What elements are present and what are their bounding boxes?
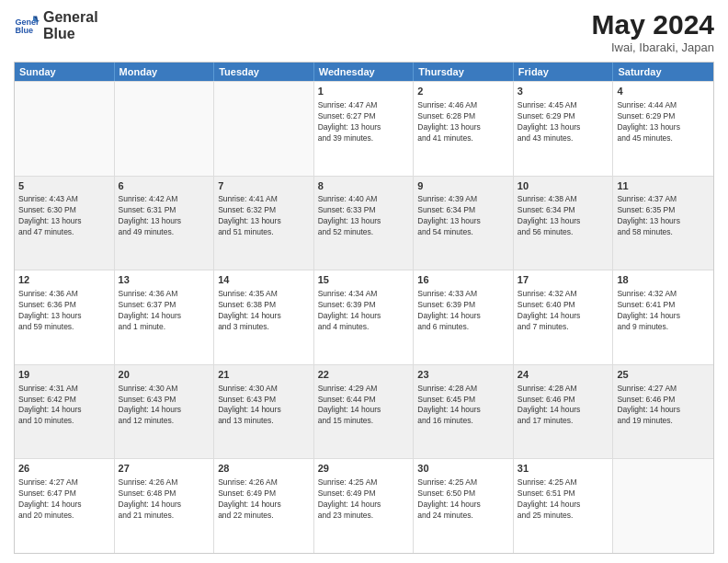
calendar-row-1: 1Sunrise: 4:47 AMSunset: 6:27 PMDaylight… (15, 81, 713, 176)
header-thursday: Thursday (414, 63, 514, 81)
location: Iwai, Ibaraki, Japan (592, 40, 714, 54)
calendar-cell: 12Sunrise: 4:36 AMSunset: 6:36 PMDayligh… (15, 270, 115, 364)
calendar-row-5: 26Sunrise: 4:27 AMSunset: 6:47 PMDayligh… (15, 458, 713, 553)
calendar-cell: 23Sunrise: 4:28 AMSunset: 6:45 PMDayligh… (414, 365, 514, 459)
calendar-cell: 4Sunrise: 4:44 AMSunset: 6:29 PMDaylight… (613, 82, 713, 176)
calendar-cell: 10Sunrise: 4:38 AMSunset: 6:34 PMDayligh… (514, 177, 614, 270)
day-number: 10 (518, 179, 609, 193)
day-number: 17 (518, 273, 609, 287)
cell-info: Sunrise: 4:25 AMSunset: 6:51 PMDaylight:… (518, 477, 609, 522)
logo: General Blue General Blue (14, 9, 98, 41)
day-number: 2 (417, 85, 509, 98)
cell-info: Sunrise: 4:36 AMSunset: 6:37 PMDaylight:… (119, 289, 210, 333)
calendar-cell: 19Sunrise: 4:31 AMSunset: 6:42 PMDayligh… (15, 365, 115, 459)
calendar-cell: 27Sunrise: 4:26 AMSunset: 6:48 PMDayligh… (115, 459, 215, 553)
day-number: 31 (518, 462, 609, 476)
calendar-cell: 5Sunrise: 4:43 AMSunset: 6:30 PMDaylight… (15, 177, 115, 270)
calendar-cell: 25Sunrise: 4:27 AMSunset: 6:46 PMDayligh… (613, 365, 713, 459)
day-number: 13 (119, 273, 210, 287)
calendar-row-2: 5Sunrise: 4:43 AMSunset: 6:30 PMDaylight… (15, 176, 713, 270)
cell-info: Sunrise: 4:25 AMSunset: 6:50 PMDaylight:… (417, 477, 509, 522)
day-number: 4 (617, 85, 710, 98)
cell-info: Sunrise: 4:26 AMSunset: 6:48 PMDaylight:… (119, 477, 210, 522)
cell-info: Sunrise: 4:42 AMSunset: 6:31 PMDaylight:… (119, 194, 210, 238)
cell-info: Sunrise: 4:27 AMSunset: 6:46 PMDaylight:… (617, 384, 710, 428)
cell-info: Sunrise: 4:31 AMSunset: 6:42 PMDaylight:… (18, 384, 110, 428)
day-number: 22 (318, 368, 410, 382)
calendar-row-4: 19Sunrise: 4:31 AMSunset: 6:42 PMDayligh… (15, 364, 713, 459)
calendar-cell: 2Sunrise: 4:46 AMSunset: 6:28 PMDaylight… (414, 82, 514, 176)
header: General Blue General Blue May 2024 Iwai,… (14, 9, 714, 54)
day-number: 21 (218, 368, 310, 382)
calendar-row-3: 12Sunrise: 4:36 AMSunset: 6:36 PMDayligh… (15, 270, 713, 364)
calendar-cell (15, 82, 115, 176)
day-number: 18 (617, 273, 710, 287)
day-number: 30 (417, 462, 509, 476)
calendar-cell: 15Sunrise: 4:34 AMSunset: 6:39 PMDayligh… (314, 270, 415, 364)
calendar-cell (214, 82, 314, 176)
calendar-cell: 29Sunrise: 4:25 AMSunset: 6:49 PMDayligh… (314, 459, 415, 553)
header-friday: Friday (514, 63, 614, 81)
calendar-cell: 20Sunrise: 4:30 AMSunset: 6:43 PMDayligh… (115, 365, 215, 459)
header-monday: Monday (115, 63, 215, 81)
cell-info: Sunrise: 4:27 AMSunset: 6:47 PMDaylight:… (18, 477, 110, 522)
day-number: 20 (119, 368, 210, 382)
day-number: 1 (318, 85, 410, 98)
cell-info: Sunrise: 4:35 AMSunset: 6:38 PMDaylight:… (218, 289, 310, 333)
day-number: 9 (417, 179, 509, 193)
cell-info: Sunrise: 4:32 AMSunset: 6:41 PMDaylight:… (617, 289, 710, 333)
header-tuesday: Tuesday (214, 63, 314, 81)
day-number: 24 (518, 368, 609, 382)
title-area: May 2024 Iwai, Ibaraki, Japan (592, 9, 714, 54)
cell-info: Sunrise: 4:30 AMSunset: 6:43 PMDaylight:… (218, 384, 310, 428)
day-number: 25 (617, 368, 710, 382)
logo-icon: General Blue (14, 13, 40, 39)
calendar-cell: 9Sunrise: 4:39 AMSunset: 6:34 PMDaylight… (414, 177, 514, 270)
day-number: 8 (318, 179, 410, 193)
calendar-cell: 16Sunrise: 4:33 AMSunset: 6:39 PMDayligh… (414, 270, 514, 364)
calendar-cell: 18Sunrise: 4:32 AMSunset: 6:41 PMDayligh… (613, 270, 713, 364)
page: General Blue General Blue May 2024 Iwai,… (0, 0, 728, 563)
calendar-cell: 28Sunrise: 4:26 AMSunset: 6:49 PMDayligh… (214, 459, 314, 553)
day-number: 23 (417, 368, 509, 382)
calendar-cell: 24Sunrise: 4:28 AMSunset: 6:46 PMDayligh… (514, 365, 614, 459)
calendar-cell: 31Sunrise: 4:25 AMSunset: 6:51 PMDayligh… (514, 459, 614, 553)
cell-info: Sunrise: 4:26 AMSunset: 6:49 PMDaylight:… (218, 477, 310, 522)
calendar-cell (613, 459, 713, 553)
header-saturday: Saturday (613, 63, 713, 81)
cell-info: Sunrise: 4:43 AMSunset: 6:30 PMDaylight:… (18, 194, 110, 238)
header-wednesday: Wednesday (314, 63, 415, 81)
cell-info: Sunrise: 4:44 AMSunset: 6:29 PMDaylight:… (617, 100, 710, 144)
calendar-cell: 1Sunrise: 4:47 AMSunset: 6:27 PMDaylight… (314, 82, 415, 176)
day-number: 27 (119, 462, 210, 476)
calendar-cell: 22Sunrise: 4:29 AMSunset: 6:44 PMDayligh… (314, 365, 415, 459)
calendar-cell: 6Sunrise: 4:42 AMSunset: 6:31 PMDaylight… (115, 177, 215, 270)
day-number: 6 (119, 179, 210, 193)
logo-line2: Blue (43, 26, 98, 42)
calendar-cell: 14Sunrise: 4:35 AMSunset: 6:38 PMDayligh… (214, 270, 314, 364)
calendar-cell (115, 82, 215, 176)
cell-info: Sunrise: 4:37 AMSunset: 6:35 PMDaylight:… (617, 194, 710, 238)
day-number: 19 (18, 368, 110, 382)
day-number: 5 (18, 179, 110, 193)
logo-text: General Blue (43, 9, 98, 41)
month-title: May 2024 (592, 9, 714, 40)
cell-info: Sunrise: 4:40 AMSunset: 6:33 PMDaylight:… (318, 194, 410, 238)
calendar-cell: 30Sunrise: 4:25 AMSunset: 6:50 PMDayligh… (414, 459, 514, 553)
day-number: 11 (617, 179, 710, 193)
cell-info: Sunrise: 4:46 AMSunset: 6:28 PMDaylight:… (417, 100, 509, 144)
day-number: 14 (218, 273, 310, 287)
calendar-cell: 17Sunrise: 4:32 AMSunset: 6:40 PMDayligh… (514, 270, 614, 364)
cell-info: Sunrise: 4:39 AMSunset: 6:34 PMDaylight:… (417, 194, 509, 238)
cell-info: Sunrise: 4:41 AMSunset: 6:32 PMDaylight:… (218, 194, 310, 238)
calendar-cell: 26Sunrise: 4:27 AMSunset: 6:47 PMDayligh… (15, 459, 115, 553)
day-number: 26 (18, 462, 110, 476)
calendar-header: Sunday Monday Tuesday Wednesday Thursday… (15, 63, 713, 81)
cell-info: Sunrise: 4:45 AMSunset: 6:29 PMDaylight:… (518, 100, 609, 144)
day-number: 7 (218, 179, 310, 193)
calendar-cell: 11Sunrise: 4:37 AMSunset: 6:35 PMDayligh… (613, 177, 713, 270)
cell-info: Sunrise: 4:33 AMSunset: 6:39 PMDaylight:… (417, 289, 509, 333)
calendar-cell: 21Sunrise: 4:30 AMSunset: 6:43 PMDayligh… (214, 365, 314, 459)
cell-info: Sunrise: 4:28 AMSunset: 6:46 PMDaylight:… (518, 384, 609, 428)
cell-info: Sunrise: 4:47 AMSunset: 6:27 PMDaylight:… (318, 100, 410, 144)
